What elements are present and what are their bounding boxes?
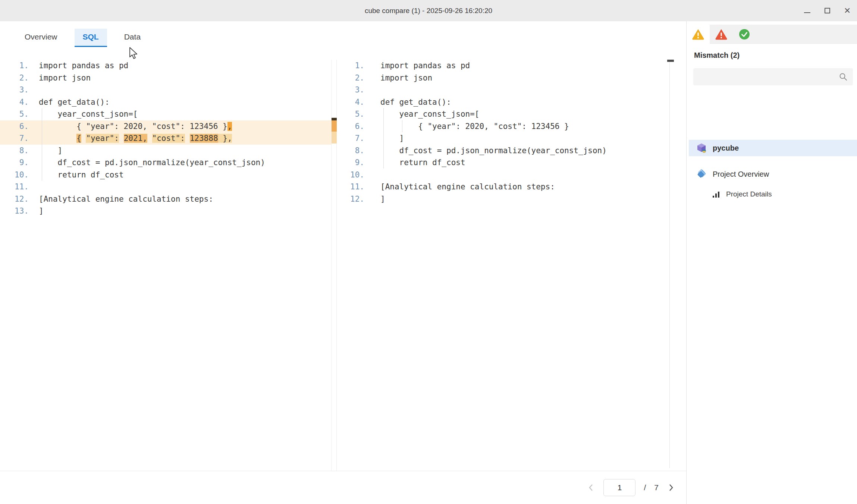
code-line[interactable]: 7. ]	[343, 132, 675, 145]
code-line[interactable]: 11.	[0, 181, 336, 193]
next-page-button[interactable]	[667, 483, 675, 492]
line-number: 10.	[10, 169, 29, 181]
code-line[interactable]: 1.import pandas as pd	[343, 60, 675, 72]
code-line[interactable]: 10.	[343, 169, 675, 181]
main-area: Overview SQL Data 1.import pandas as pd2…	[0, 21, 686, 504]
tab-overview[interactable]: Overview	[16, 29, 66, 47]
filter-warning-button[interactable]	[687, 25, 710, 44]
code-text: import pandas as pd	[39, 60, 128, 72]
code-line[interactable]: 11.[Analytical engine calculation steps:	[343, 181, 675, 193]
code-line[interactable]: 2.import json	[343, 72, 675, 84]
filter-error-button[interactable]	[710, 25, 733, 44]
minimize-icon	[804, 12, 810, 13]
line-number: 11.	[10, 181, 29, 193]
code-text: { "year": 2020, "cost": 123456 },	[39, 120, 232, 133]
code-line[interactable]: 6. { "year": 2020, "cost": 123456 },	[0, 120, 336, 133]
window-title: cube compare (1) - 2025-09-26 16:20:20	[365, 7, 492, 15]
tree-item-project-overview[interactable]: Project Overview	[689, 166, 857, 182]
diff-highlight-token: ,	[227, 122, 232, 131]
footer-bar: / 7	[0, 471, 686, 504]
ruler-diff-marker-line7	[332, 132, 337, 144]
search-input[interactable]	[693, 68, 839, 85]
code-line[interactable]: 2.import json	[0, 72, 336, 84]
scrollbar-thumb[interactable]	[667, 60, 674, 62]
code-line[interactable]: 3.	[343, 84, 675, 96]
close-icon: ✕	[844, 7, 851, 15]
code-text: df_cost = pd.json_normalize(year_const_j…	[39, 157, 265, 169]
code-text: { "year": 2021, "cost": 123888 },	[39, 132, 232, 145]
line-number: 7.	[346, 132, 364, 145]
maximize-button[interactable]	[823, 6, 832, 15]
code-text: df_cost = pd.json_normalize(year_const_j…	[380, 145, 607, 157]
prev-page-button[interactable]	[587, 483, 595, 492]
pagination: / 7	[587, 471, 675, 504]
code-text: import json	[39, 72, 91, 84]
line-number: 11.	[346, 181, 364, 193]
maximize-icon	[825, 8, 830, 13]
code-text: [Analytical engine calculation steps:	[39, 193, 213, 205]
line-number: 2.	[10, 72, 29, 84]
ruler-diff-marker-line6	[332, 120, 337, 132]
code-text: return df_cost	[380, 157, 465, 169]
code-line[interactable]: 4.def get_data():	[343, 96, 675, 108]
code-line[interactable]: 9. return df_cost	[343, 157, 675, 169]
tab-sql[interactable]: SQL	[75, 29, 107, 47]
line-number: 12.	[10, 193, 29, 205]
diff-overview-ruler[interactable]	[331, 60, 336, 471]
close-button[interactable]: ✕	[843, 6, 852, 15]
filter-success-button[interactable]	[733, 25, 756, 44]
diff-highlight-token: },	[218, 134, 232, 143]
success-icon	[739, 29, 750, 40]
code-line[interactable]: 8. ]	[0, 145, 336, 157]
app-window: cube compare (1) - 2025-09-26 16:20:20 ✕…	[0, 0, 857, 504]
page-number-input[interactable]	[603, 479, 635, 496]
line-number: 1.	[10, 60, 29, 72]
code-line[interactable]: 12.[Analytical engine calculation steps:	[0, 193, 336, 205]
line-number: 5.	[346, 108, 364, 120]
code-line[interactable]: 8. df_cost = pd.json_normalize(year_cons…	[343, 145, 675, 157]
code-text: import json	[380, 72, 432, 84]
code-line[interactable]: 7. { "year": 2021, "cost": 123888 },	[0, 132, 336, 145]
tree-item-label: pycube	[713, 144, 739, 152]
line-number: 8.	[10, 145, 29, 157]
code-line[interactable]: 9. df_cost = pd.json_normalize(year_cons…	[0, 157, 336, 169]
indent-guide	[42, 108, 42, 181]
code-text: ]	[380, 132, 404, 145]
scrollbar[interactable]	[669, 60, 675, 471]
mismatch-tree: pycube Project Overview	[687, 90, 857, 239]
code-line[interactable]: 5. year_const_json=[	[0, 108, 336, 120]
title-bar: cube compare (1) - 2025-09-26 16:20:20 ✕	[0, 0, 857, 21]
code-line[interactable]: 5. year_const_json=[	[343, 108, 675, 120]
code-line[interactable]: 1.import pandas as pd	[0, 60, 336, 72]
cube-icon	[696, 143, 707, 153]
line-number: 13.	[10, 205, 29, 217]
mismatch-section-title: Mismatch (2)	[694, 51, 740, 60]
line-number: 6.	[346, 120, 364, 133]
tree-item-project-details[interactable]: Project Details	[689, 186, 857, 202]
tree-item-pycube[interactable]: pycube	[689, 140, 857, 156]
code-text: def get_data():	[380, 96, 451, 108]
indent-guide-level2	[402, 120, 402, 132]
line-number: 6.	[10, 120, 29, 133]
code-text: ]	[39, 205, 44, 217]
sidebar: Mismatch (2) pycube	[686, 21, 857, 504]
search-icon	[839, 72, 848, 81]
code-text: year_const_json=[	[39, 108, 138, 120]
code-line[interactable]: 3.	[0, 84, 336, 96]
tree-item-label: Project Overview	[713, 170, 769, 179]
line-number: 7.	[10, 132, 29, 145]
minimize-button[interactable]	[803, 6, 812, 15]
scrollbar-track	[669, 62, 670, 468]
code-text: [Analytical engine calculation steps:	[380, 181, 555, 193]
tab-data[interactable]: Data	[116, 29, 149, 47]
line-number: 10.	[346, 169, 364, 181]
code-line[interactable]: 10. return df_cost	[0, 169, 336, 181]
code-line[interactable]: 12.]	[343, 193, 675, 205]
diff-highlight-token: 2021,	[124, 134, 147, 143]
code-line[interactable]: 6. { "year": 2020, "cost": 123456 }	[343, 120, 675, 133]
code-line[interactable]: 4.def get_data():	[0, 96, 336, 108]
page-total: 7	[654, 483, 659, 492]
code-line[interactable]: 13.]	[0, 205, 336, 217]
page-separator: /	[644, 483, 646, 492]
line-number: 12.	[346, 193, 364, 205]
